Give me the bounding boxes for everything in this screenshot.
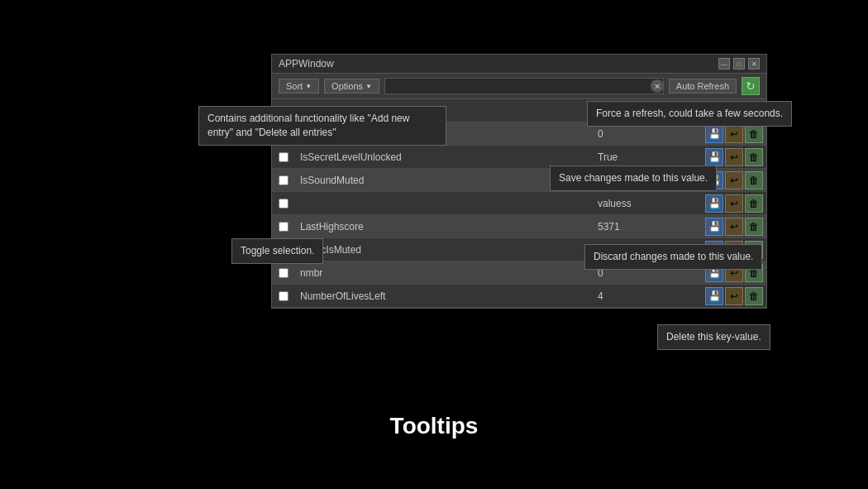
title-bar: APPWindow — □ ✕ [272, 55, 766, 74]
save-button[interactable]: 💾 [705, 194, 723, 213]
search-clear-icon[interactable]: ✕ [651, 79, 664, 93]
sort-button[interactable]: Sort ▼ [279, 79, 319, 93]
tooltip-discard: Discard changes made to this value. [584, 244, 762, 270]
row-actions: 💾 ↩ 🗑 [692, 218, 766, 236]
table-row: NumberOfLivesLeft 4 💾 ↩ 🗑 [272, 285, 766, 308]
row-checkbox[interactable] [272, 291, 295, 301]
title-bar-buttons: — □ ✕ [718, 58, 760, 70]
row-checkbox[interactable] [272, 152, 295, 162]
page-title: Tooltips [390, 413, 479, 439]
discard-button[interactable]: ↩ [725, 125, 743, 143]
row-actions: 💾 ↩ 🗑 [692, 287, 766, 305]
row-checkbox[interactable] [272, 222, 295, 232]
delete-button[interactable]: 🗑 [745, 148, 763, 166]
discard-button[interactable]: ↩ [725, 194, 743, 213]
tooltip-delete: Delete this key-value. [657, 324, 770, 350]
row-checkbox[interactable] [272, 268, 295, 278]
row-checkbox[interactable] [272, 175, 295, 185]
delete-button[interactable]: 🗑 [745, 218, 763, 236]
discard-button[interactable]: ↩ [725, 171, 743, 189]
save-button[interactable]: 💾 [705, 218, 723, 236]
tooltip-options: Contains additional functionality like "… [198, 106, 446, 146]
maximize-button[interactable]: □ [733, 58, 745, 70]
row-actions: 💾 ↩ 🗑 [692, 194, 766, 213]
options-button[interactable]: Options ▼ [324, 79, 379, 93]
toolbar: Sort ▼ Options ▼ ✕ Auto Refresh ↻ [272, 74, 766, 99]
discard-button[interactable]: ↩ [725, 148, 743, 166]
row-actions: 💾 ↩ 🗑 [692, 148, 766, 166]
table-row: valuess 💾 ↩ 🗑 [272, 192, 766, 215]
sort-arrow-icon: ▼ [305, 83, 312, 90]
minimize-button[interactable]: — [718, 58, 730, 70]
tooltip-autorefresh: Force a refresh, could take a few second… [587, 101, 792, 127]
discard-button[interactable]: ↩ [725, 287, 743, 305]
save-button[interactable]: 💾 [705, 148, 723, 166]
auto-refresh-button[interactable]: Auto Refresh [669, 79, 737, 93]
delete-button[interactable]: 🗑 [745, 125, 763, 143]
delete-button[interactable]: 🗑 [745, 171, 763, 189]
table-row: LastHighscore 5371 💾 ↩ 🗑 [272, 215, 766, 238]
refresh-icon-button[interactable]: ↻ [742, 77, 760, 95]
delete-button[interactable]: 🗑 [745, 194, 763, 213]
search-input[interactable] [384, 78, 664, 94]
window-title: APPWindow [279, 58, 334, 70]
options-arrow-icon: ▼ [365, 83, 372, 90]
save-button[interactable]: 💾 [705, 125, 723, 143]
close-button[interactable]: ✕ [748, 58, 760, 70]
save-button[interactable]: 💾 [705, 287, 723, 305]
row-checkbox[interactable] [272, 199, 295, 209]
delete-button[interactable]: 🗑 [745, 287, 763, 305]
discard-button[interactable]: ↩ [725, 218, 743, 236]
tooltip-toggle: Toggle selection. [231, 238, 323, 264]
tooltip-save: Save changes made to this value. [550, 165, 717, 191]
row-actions: 💾 ↩ 🗑 [692, 125, 766, 143]
